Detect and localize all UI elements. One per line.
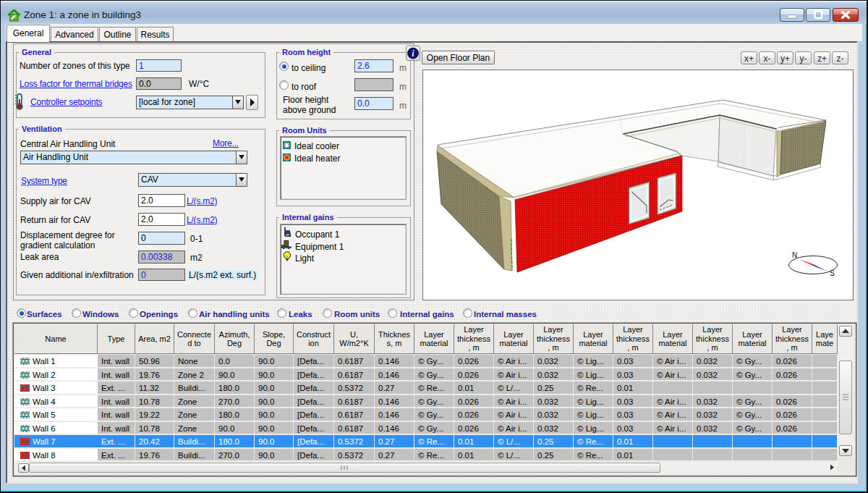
svg-text:N: N xyxy=(792,251,797,259)
svg-text:S: S xyxy=(830,269,835,277)
